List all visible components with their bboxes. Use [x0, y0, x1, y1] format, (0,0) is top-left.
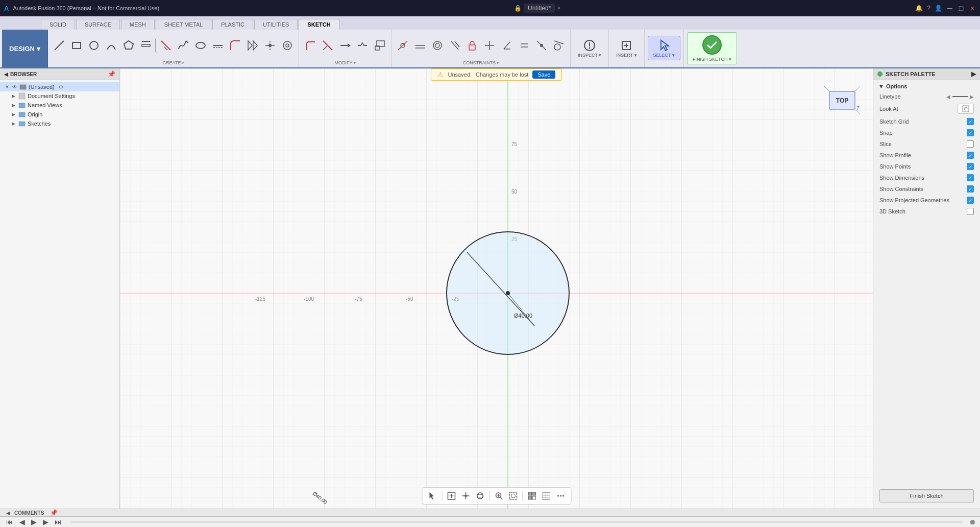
named-views-expand[interactable]: ▶	[10, 102, 16, 108]
tool-fillet[interactable]	[227, 38, 243, 53]
tab-mesh[interactable]: MESH	[121, 19, 155, 30]
tool-extend[interactable]	[337, 38, 353, 53]
palette-collapse-icon[interactable]: ▶	[971, 70, 976, 78]
maximize-btn[interactable]: □	[958, 5, 965, 12]
tab-sheet-metal[interactable]: SHEET METAL	[156, 19, 211, 30]
insert-btn[interactable]: INSERT ▾	[612, 36, 641, 60]
show-points-checkbox[interactable]	[967, 163, 974, 170]
linetype-prev[interactable]: ◀	[946, 94, 950, 100]
comments-collapse[interactable]: ◀	[6, 510, 10, 516]
view-cube[interactable]: TOP Z	[822, 79, 863, 119]
root-visibility-icon[interactable]: 👁	[12, 84, 17, 90]
timeline-next-btn[interactable]: ▶	[41, 517, 51, 527]
tool-mirror[interactable]	[244, 38, 261, 53]
tool-perpendicular[interactable]	[499, 38, 515, 53]
tool-point[interactable]	[262, 38, 278, 53]
browser-collapse-icon[interactable]: ◀	[4, 71, 8, 77]
origin-expand[interactable]: ▶	[10, 111, 16, 117]
tool-scale[interactable]	[372, 38, 388, 53]
tool-zoom[interactable]	[493, 490, 505, 502]
tool-arc[interactable]	[103, 38, 119, 53]
help-icon[interactable]: ?	[927, 5, 930, 12]
finish-sketch-ribbon-btn[interactable]: FINISH SKETCH ▾	[687, 32, 737, 64]
sketch-canvas[interactable]: 75 50 25 -125 -100 -75 -50 -25 Ø40.00 Ø4…	[120, 68, 873, 509]
tool-tangent[interactable]	[551, 38, 567, 53]
linetype-next[interactable]: ▶	[970, 94, 974, 100]
timeline-record-icon[interactable]: ⏺	[969, 518, 976, 526]
tool-offset[interactable]	[210, 38, 226, 53]
timeline-start-btn[interactable]: ⏮	[4, 517, 15, 527]
timeline-end-btn[interactable]: ⏭	[53, 517, 64, 527]
tool-cursor[interactable]	[426, 490, 438, 502]
design-dropdown[interactable]: DESIGN ▾	[2, 30, 48, 67]
tool-ellipse[interactable]	[192, 38, 209, 53]
canvas-area[interactable]: 75 50 25 -125 -100 -75 -50 -25 Ø40.00 Ø4…	[120, 68, 873, 509]
browser-item-named-views[interactable]: ▶ Named Views	[0, 101, 119, 110]
tool-display-mode[interactable]	[526, 490, 538, 502]
options-section-title[interactable]: ▼ Options	[873, 80, 980, 91]
snap-checkbox[interactable]	[967, 129, 974, 136]
tool-horizontal-vertical[interactable]	[481, 38, 498, 53]
doc-settings-expand[interactable]: ▶	[10, 93, 16, 99]
tab-sketch[interactable]: SKETCH	[299, 19, 339, 30]
tool-spline[interactable]	[175, 38, 191, 53]
finish-sketch-palette-btn[interactable]: Finish Sketch	[879, 489, 974, 502]
tab-solid[interactable]: SOLID	[41, 19, 75, 30]
show-projected-checkbox[interactable]	[967, 197, 974, 204]
tool-parallel[interactable]	[447, 38, 463, 53]
tab-title[interactable]: Untitled*	[524, 4, 555, 13]
tool-construction[interactable]	[138, 38, 154, 53]
tool-midpoint[interactable]	[533, 38, 550, 53]
browser-item-doc-settings[interactable]: ▶ Document Settings	[0, 91, 119, 101]
browser-item-sketches[interactable]: ▶ Sketches	[0, 119, 119, 128]
tool-trim[interactable]	[155, 38, 174, 53]
tool-zoom-fit[interactable]	[507, 490, 519, 502]
sketch-grid-checkbox[interactable]	[967, 118, 974, 125]
3d-sketch-checkbox[interactable]	[967, 208, 974, 215]
tool-orbit[interactable]	[474, 490, 486, 502]
tool-concentric[interactable]	[429, 38, 446, 53]
look-at-btn[interactable]	[958, 104, 974, 114]
slice-checkbox[interactable]	[967, 140, 974, 148]
show-profile-checkbox[interactable]	[967, 152, 974, 159]
tool-fillet2[interactable]	[302, 38, 318, 53]
select-btn[interactable]: SELECT ▾	[648, 36, 680, 60]
tool-fit[interactable]	[445, 490, 457, 502]
tool-trim2[interactable]	[320, 38, 336, 53]
tool-more[interactable]	[554, 490, 567, 502]
tab-utilities[interactable]: UTILITIES	[254, 19, 298, 30]
root-expand[interactable]: ▼	[4, 84, 10, 90]
notification-icon[interactable]: 🔔	[915, 5, 923, 12]
tool-coincident[interactable]	[395, 38, 411, 53]
tool-circle[interactable]	[86, 38, 102, 53]
tool-break[interactable]	[354, 38, 371, 53]
tab-plastic[interactable]: PLASTIC	[212, 19, 253, 30]
show-dimensions-checkbox[interactable]	[967, 174, 974, 181]
root-settings-icon[interactable]: ⚙	[59, 84, 63, 90]
tool-equal[interactable]	[516, 38, 532, 53]
linetype-control[interactable]: ◀ ▶	[946, 94, 974, 100]
tab-surface[interactable]: SURFACE	[76, 19, 120, 30]
show-constraints-checkbox[interactable]	[967, 185, 974, 193]
browser-item-origin[interactable]: ▶ Origin	[0, 110, 119, 119]
tool-lock[interactable]	[464, 38, 480, 53]
tool-line[interactable]	[51, 38, 67, 53]
inspect-btn[interactable]: INSPECT ▾	[574, 36, 605, 60]
comments-pin[interactable]: 📌	[50, 509, 58, 516]
tool-grid-display[interactable]	[540, 490, 552, 502]
timeline-prev-btn[interactable]: ◀	[17, 517, 27, 527]
browser-pin-icon[interactable]: 📌	[108, 70, 115, 78]
timeline-play-btn[interactable]: ▶	[29, 517, 39, 527]
close-btn[interactable]: ×	[969, 5, 976, 12]
browser-item-root[interactable]: ▼ 👁 (Unsaved) ⚙	[0, 82, 119, 91]
minimize-btn[interactable]: ─	[946, 5, 953, 12]
tool-sketch-settings[interactable]	[279, 38, 296, 53]
tool-pan[interactable]	[459, 490, 472, 502]
timeline-bar[interactable]	[70, 521, 963, 523]
account-icon[interactable]: 👤	[935, 5, 942, 12]
save-button[interactable]: Save	[532, 70, 555, 79]
tool-rectangle[interactable]	[68, 38, 85, 53]
tool-polygon[interactable]	[120, 38, 137, 53]
sketches-expand[interactable]: ▶	[10, 121, 16, 127]
tool-collinear[interactable]	[412, 38, 428, 53]
